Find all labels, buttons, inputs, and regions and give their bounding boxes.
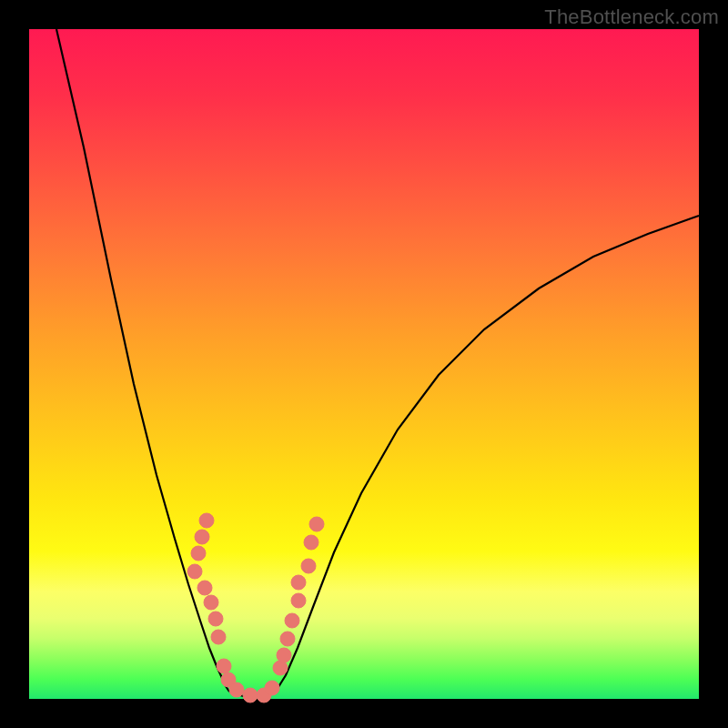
bead-dot <box>191 546 206 561</box>
bead-dot <box>199 513 214 528</box>
chart-frame <box>29 29 699 699</box>
beads-left-cluster <box>187 513 279 703</box>
bead-dot <box>304 535 318 550</box>
bead-dot <box>301 559 316 573</box>
bead-dot <box>309 517 324 531</box>
curve-right-branch <box>277 216 699 690</box>
bead-dot <box>217 659 231 673</box>
bead-dot <box>208 612 223 626</box>
bead-dot <box>285 613 299 628</box>
bead-dot <box>291 575 306 590</box>
bead-dot <box>204 595 218 610</box>
bead-dot <box>277 648 291 662</box>
watermark-text: TheBottleneck.com <box>544 5 719 29</box>
bead-dot <box>265 681 279 695</box>
bead-dot <box>273 661 288 675</box>
bead-dot <box>229 682 244 697</box>
bead-dot <box>280 632 295 646</box>
bead-dot <box>187 564 202 579</box>
bead-dot <box>195 530 209 544</box>
bead-dot <box>211 630 226 644</box>
bead-dot <box>197 581 212 595</box>
bead-dot <box>243 688 258 703</box>
chart-overlay <box>29 29 699 699</box>
bead-dot <box>291 593 306 608</box>
